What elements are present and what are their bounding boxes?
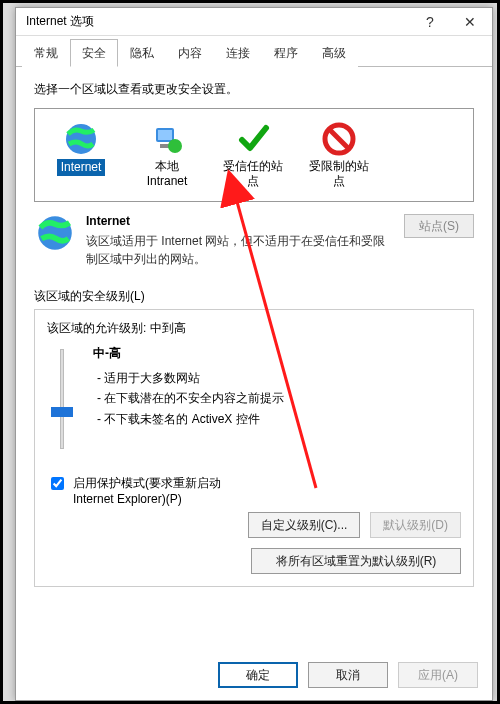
default-level-button[interactable]: 默认级别(D) xyxy=(370,512,461,538)
apply-button[interactable]: 应用(A) xyxy=(398,662,478,688)
security-level-label: 该区域的安全级别(L) xyxy=(34,288,474,305)
svg-rect-2 xyxy=(158,130,172,140)
globe-icon xyxy=(43,121,119,157)
allowed-levels-text: 该区域的允许级别: 中到高 xyxy=(47,320,461,337)
security-level-slider[interactable] xyxy=(47,345,77,455)
tab-connections[interactable]: 连接 xyxy=(214,39,262,67)
tab-strip: 常规 安全 隐私 内容 连接 程序 高级 xyxy=(16,36,492,67)
svg-line-6 xyxy=(330,130,348,148)
titlebar[interactable]: Internet 选项 ? ✕ xyxy=(16,8,492,36)
cancel-button[interactable]: 取消 xyxy=(308,662,388,688)
zone-list: Internet 本地 Intranet xyxy=(34,108,474,202)
level-name: 中-高 xyxy=(93,345,461,362)
help-button[interactable]: ? xyxy=(410,8,450,36)
tab-general[interactable]: 常规 xyxy=(22,39,70,67)
slider-thumb[interactable] xyxy=(51,407,73,417)
svg-point-4 xyxy=(168,139,182,153)
tab-content[interactable]: 内容 xyxy=(166,39,214,67)
zone-internet[interactable]: Internet xyxy=(41,119,121,191)
slider-track xyxy=(60,349,64,449)
checkmark-icon xyxy=(215,121,291,157)
zone-description: Internet 该区域适用于 Internet 网站，但不适用于在受信任和受限… xyxy=(34,214,474,268)
intranet-icon xyxy=(129,121,205,157)
zone-desc-text: 该区域适用于 Internet 网站，但不适用于在受信任和受限制区域中列出的网站… xyxy=(86,232,394,268)
zone-trusted-sites[interactable]: 受信任的站 点 xyxy=(213,119,293,191)
tab-programs[interactable]: 程序 xyxy=(262,39,310,67)
zone-desc-title: Internet xyxy=(86,214,394,228)
sites-button[interactable]: 站点(S) xyxy=(404,214,474,238)
internet-options-dialog: Internet 选项 ? ✕ 常规 安全 隐私 内容 连接 程序 高级 选择一… xyxy=(15,7,493,701)
level-bullets: - 适用于大多数网站 - 在下载潜在的不安全内容之前提示 - 不下载未签名的 A… xyxy=(93,368,461,429)
window-title: Internet 选项 xyxy=(26,13,410,30)
security-level-group: 该区域的允许级别: 中到高 中-高 - 适用于大多数网站 - 在下载潜在的不安全… xyxy=(34,309,474,587)
tab-privacy[interactable]: 隐私 xyxy=(118,39,166,67)
globe-icon xyxy=(34,214,76,268)
ok-button[interactable]: 确定 xyxy=(218,662,298,688)
tab-advanced[interactable]: 高级 xyxy=(310,39,358,67)
instruction-text: 选择一个区域以查看或更改安全设置。 xyxy=(34,81,474,98)
custom-level-button[interactable]: 自定义级别(C)... xyxy=(248,512,361,538)
zone-local-intranet[interactable]: 本地 Intranet xyxy=(127,119,207,191)
protected-mode-checkbox[interactable] xyxy=(51,477,64,490)
tab-security[interactable]: 安全 xyxy=(70,39,118,67)
reset-all-zones-button[interactable]: 将所有区域重置为默认级别(R) xyxy=(251,548,461,574)
security-tab-panel: 选择一个区域以查看或更改安全设置。 Internet xyxy=(16,67,492,597)
dialog-footer: 确定 取消 应用(A) xyxy=(218,662,478,688)
protected-mode-label: 启用保护模式(要求重新启动 Internet Explorer)(P) xyxy=(73,475,221,506)
zone-restricted-sites[interactable]: 受限制的站 点 xyxy=(299,119,379,191)
no-entry-icon xyxy=(301,121,377,157)
close-button[interactable]: ✕ xyxy=(450,8,490,36)
